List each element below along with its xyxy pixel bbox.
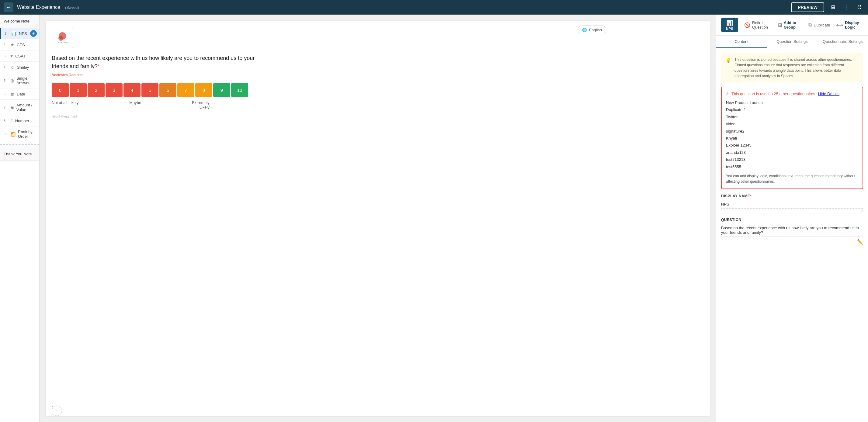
retire-icon: 🚫 xyxy=(744,22,750,28)
nps-cell-3[interactable]: 3 xyxy=(105,83,123,97)
warning-questionnaire-item: test213213 xyxy=(726,156,858,163)
sidebar-item-number[interactable]: 8 # Number xyxy=(0,115,39,127)
nps-cell-7[interactable]: 7 xyxy=(177,83,194,97)
sidebar-item-date[interactable]: 6 ▦ Date xyxy=(0,89,39,100)
survey-canvas: ACME Demo Based on the recent experience… xyxy=(45,21,710,416)
sidebar-item-num: 9 xyxy=(4,132,8,136)
warning-questionnaire-item: test5555 xyxy=(726,163,858,170)
info-icon: 💡 xyxy=(725,57,732,79)
tab-questionnaire_settings[interactable]: Questionnaire Settings xyxy=(817,36,868,48)
warning-questionnaire-item: Khyati xyxy=(726,135,858,142)
sidebar-item-icon: ★ xyxy=(10,42,14,47)
sidebar-item-label: Date xyxy=(17,92,25,96)
display-name-input[interactable] xyxy=(721,200,863,208)
sidebar-item-num: 8 xyxy=(4,119,8,123)
info-banner-text: This question is cloned because it is sh… xyxy=(735,57,859,79)
monitor-icon-button[interactable]: 🖥 xyxy=(828,2,838,12)
tab-content[interactable]: Content xyxy=(716,36,767,48)
nps-badge: 📊 NPS xyxy=(721,18,738,32)
sidebar-item-icon: ◎ xyxy=(10,78,14,83)
warning-icon: ⚠ xyxy=(726,92,730,96)
main-content: 🌐 English ACME Demo Based on the recent … xyxy=(39,14,716,422)
question-textarea[interactable]: Based on the recent experience with us h… xyxy=(721,224,863,237)
retire-question-action[interactable]: 🚫 Retire Question xyxy=(744,20,772,30)
duplicate-icon: ⧉ xyxy=(808,22,812,28)
language-label: English xyxy=(589,28,602,32)
warning-questionnaire-item: Exploer 12345 xyxy=(726,142,858,149)
sidebar-item-label: Single Answer xyxy=(17,76,36,85)
sidebar-item-icon: # xyxy=(10,118,13,123)
duplicate-label: Duplicate xyxy=(813,23,830,27)
display-logic-label: Display Logic xyxy=(845,20,863,30)
scroll-up-button[interactable]: ↑ xyxy=(52,405,62,416)
sidebar-thank-you-note[interactable]: Thank You Note xyxy=(0,148,39,161)
company-logo: ACME Demo xyxy=(52,27,73,48)
topbar: ← Website Experience (Saved) PREVIEW 🖥 ⋮… xyxy=(0,0,868,14)
right-panel-header: 📊 NPS 🚫 Retire Question ⊞ Add to Group ⧉… xyxy=(716,14,868,36)
tab-question_settings[interactable]: Question Settings xyxy=(767,36,817,48)
language-icon: 🌐 xyxy=(582,28,587,32)
saved-label: (Saved) xyxy=(65,5,79,10)
display-logic-action[interactable]: ⟷ Display Logic xyxy=(836,20,863,30)
question-text: Based on the recent experience with us h… xyxy=(52,54,265,70)
sidebar-item-icon: ◉ xyxy=(10,105,14,110)
duplicate-action[interactable]: ⧉ Duplicate xyxy=(808,22,830,28)
nps-cell-4[interactable]: 4 xyxy=(123,83,141,97)
sidebar-item-amount-/-value[interactable]: 7 ◉ Amount / Value xyxy=(0,100,39,115)
warning-box: ⚠ This question is used in 25 other ques… xyxy=(721,87,863,189)
hide-details-link[interactable]: Hide Details xyxy=(818,92,839,96)
sidebar-item-label: CES xyxy=(17,42,25,47)
textarea-actions: ✏️ xyxy=(721,239,863,245)
nps-cell-9[interactable]: 9 xyxy=(213,83,230,97)
preview-button[interactable]: PREVIEW xyxy=(791,2,824,12)
sidebar-item-csat[interactable]: 3 ♥ CSAT xyxy=(0,51,39,62)
language-badge[interactable]: 🌐 English xyxy=(578,26,607,34)
nps-cell-1[interactable]: 1 xyxy=(70,83,87,97)
back-button[interactable]: ← xyxy=(4,2,13,12)
sidebar-item-num: 4 xyxy=(4,65,8,69)
nps-badge-icon: 📊 xyxy=(726,20,733,26)
sidebar-item-num: 6 xyxy=(4,92,8,96)
question-label: QUESTION xyxy=(721,218,863,222)
nps-cell-8[interactable]: 8 xyxy=(195,83,212,97)
add-group-icon: ⊞ xyxy=(778,22,782,28)
nps-cell-6[interactable]: 6 xyxy=(159,83,177,97)
page-title: Website Experience xyxy=(17,5,60,10)
warning-questionnaire-item: ananda123 xyxy=(726,149,858,156)
grid-icon-button[interactable]: ⠿ xyxy=(855,2,864,12)
nps-cell-0[interactable]: 0 xyxy=(52,83,69,97)
add-question-button[interactable]: + xyxy=(30,30,37,37)
sidebar-item-num: 2 xyxy=(4,43,8,46)
warning-questionnaire-item: signature2 xyxy=(726,128,858,135)
warning-title-text: This question is used in 25 other questi… xyxy=(732,92,816,96)
nps-badge-label: NPS xyxy=(726,27,733,30)
sidebar-item-icon: ♥ xyxy=(10,54,13,58)
display-name-label: DISPLAY NAME* xyxy=(721,194,863,198)
sidebar-item-nps[interactable]: 1 📊 NPS + xyxy=(0,28,39,39)
sidebar-item-num: 1 xyxy=(5,32,9,35)
info-banner: 💡 This question is cloned because it is … xyxy=(721,53,863,83)
disclaimer-text: disclaimer text xyxy=(52,114,77,119)
svg-text:ACME Demo: ACME Demo xyxy=(58,42,69,43)
sidebar-item-smiley[interactable]: 4 ☺ Smiley xyxy=(0,62,39,73)
more-options-button[interactable]: ⋮ xyxy=(841,2,851,12)
nps-label-left: Not at all Likely xyxy=(52,100,79,109)
display-name-field-group: DISPLAY NAME* 3 xyxy=(721,194,863,213)
nps-cell-5[interactable]: 5 xyxy=(142,83,158,97)
nps-cell-10[interactable]: 10 xyxy=(231,83,248,97)
warning-questionnaire-item: Twitter xyxy=(726,113,858,120)
sidebar-welcome-note[interactable]: Welcome Note xyxy=(0,14,39,28)
nps-label-mid: Maybe xyxy=(129,100,141,109)
display-name-required-star: * xyxy=(750,194,751,198)
warning-title: ⚠ This question is used in 25 other ques… xyxy=(726,92,858,96)
add-to-group-action[interactable]: ⊞ Add to Group xyxy=(778,20,802,30)
sidebar-item-label: Amount / Value xyxy=(17,103,36,112)
sidebar-item-ces[interactable]: 2 ★ CES xyxy=(0,39,39,51)
sidebar-item-rank-by-order[interactable]: 9 📶 Rank by Order xyxy=(0,127,39,142)
edit-question-button[interactable]: ✏️ xyxy=(857,239,863,245)
nps-cell-2[interactable]: 2 xyxy=(88,83,104,97)
sidebar-item-single-answer[interactable]: 5 ◎ Single Answer xyxy=(0,73,39,89)
svg-point-1 xyxy=(58,36,63,41)
display-name-char-count: 3 xyxy=(721,209,863,213)
right-panel-body: 💡 This question is cloned because it is … xyxy=(716,48,868,422)
